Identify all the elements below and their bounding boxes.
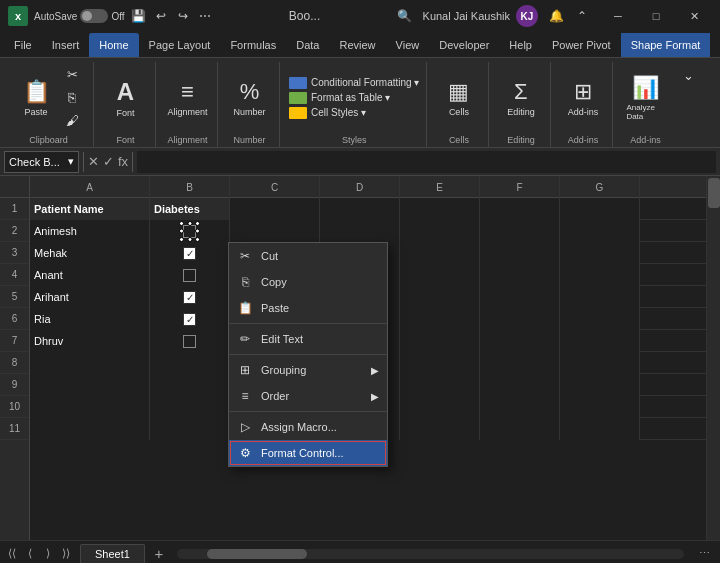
sheet-nav-last[interactable]: ⟩⟩ [58, 546, 74, 562]
font-button[interactable]: A Font [104, 70, 148, 126]
cell-D2[interactable] [320, 220, 400, 242]
cell-E1[interactable] [400, 198, 480, 220]
tab-insert[interactable]: Insert [42, 33, 90, 57]
maximize-button[interactable]: □ [638, 5, 674, 27]
ctx-assign-macro[interactable]: ▷ Assign Macro... [229, 414, 387, 440]
cell-B7[interactable] [150, 330, 230, 352]
row-num-1[interactable]: 1 [0, 198, 29, 220]
toggle-pill[interactable] [80, 9, 108, 23]
cells-button[interactable]: ▦ Cells [437, 70, 481, 126]
search-icon[interactable]: 🔍 [397, 8, 413, 24]
user-avatar[interactable]: KJ [516, 5, 538, 27]
cell-A6[interactable]: Ria [30, 308, 150, 330]
sheet-nav-next[interactable]: ⟩ [40, 546, 56, 562]
tab-formulas[interactable]: Formulas [220, 33, 286, 57]
editing-button[interactable]: Σ Editing [499, 70, 543, 126]
tab-power-pivot[interactable]: Power Pivot [542, 33, 621, 57]
ctx-paste[interactable]: 📋 Paste [229, 295, 387, 321]
cell-F6[interactable] [480, 308, 560, 330]
cell-E5[interactable] [400, 286, 480, 308]
vertical-scrollbar[interactable] [706, 176, 720, 540]
corner-cell[interactable] [0, 176, 29, 198]
ribbon-collapse-icon[interactable]: ⌃ [574, 8, 590, 24]
ctx-cut[interactable]: ✂ Cut [229, 243, 387, 269]
paste-button[interactable]: 📋 Paste [14, 70, 58, 126]
minimize-button[interactable]: ─ [600, 5, 636, 27]
col-header-D[interactable]: D [320, 176, 400, 198]
cell-E2[interactable] [400, 220, 480, 242]
ctx-grouping[interactable]: ⊞ Grouping ▶ [229, 357, 387, 383]
insert-function-icon[interactable]: fx [118, 154, 128, 169]
row-num-8[interactable]: 8 [0, 352, 29, 374]
col-header-E[interactable]: E [400, 176, 480, 198]
cancel-formula-icon[interactable]: ✕ [88, 154, 99, 169]
cell-F5[interactable] [480, 286, 560, 308]
horizontal-scrollbar[interactable] [177, 549, 684, 559]
row-num-11[interactable]: 11 [0, 418, 29, 440]
formula-input[interactable] [137, 151, 716, 173]
cell-E6[interactable] [400, 308, 480, 330]
number-button[interactable]: % Number [228, 70, 272, 126]
col-header-G[interactable]: G [560, 176, 640, 198]
cell-B4[interactable] [150, 264, 230, 286]
tab-home[interactable]: Home [89, 33, 138, 57]
cell-A5[interactable]: Arihant [30, 286, 150, 308]
cell-B1[interactable]: Diabetes [150, 198, 230, 220]
sheet-tab-sheet1[interactable]: Sheet1 [80, 544, 145, 564]
cell-styles-button[interactable]: Cell Styles ▾ [286, 106, 422, 120]
conditional-formatting-button[interactable]: Conditional Formatting ▾ [286, 76, 422, 90]
sheet-nav-first[interactable]: ⟨⟨ [4, 546, 20, 562]
cell-E3[interactable] [400, 242, 480, 264]
tab-page-layout[interactable]: Page Layout [139, 33, 221, 57]
cell-F7[interactable] [480, 330, 560, 352]
cell-F4[interactable] [480, 264, 560, 286]
row-num-3[interactable]: 3 [0, 242, 29, 264]
cell-G7[interactable] [560, 330, 640, 352]
cell-C1[interactable] [230, 198, 320, 220]
cell-C2[interactable] [230, 220, 320, 242]
addins-button[interactable]: ⊞ Add-ins [561, 70, 605, 126]
name-box[interactable]: Check B... ▾ [4, 151, 79, 173]
cell-G3[interactable] [560, 242, 640, 264]
tab-data[interactable]: Data [286, 33, 329, 57]
cell-B2[interactable] [150, 220, 230, 242]
tabs-more-icon[interactable]: ⋯ [696, 546, 712, 562]
accept-formula-icon[interactable]: ✓ [103, 154, 114, 169]
tab-developer[interactable]: Developer [429, 33, 499, 57]
tab-file[interactable]: File [4, 33, 42, 57]
format-as-table-button[interactable]: Format as Table ▾ [286, 91, 422, 105]
cell-B6[interactable]: ✓ [150, 308, 230, 330]
cell-E7[interactable] [400, 330, 480, 352]
cell-G4[interactable] [560, 264, 640, 286]
cell-F1[interactable] [480, 198, 560, 220]
save-icon[interactable]: 💾 [131, 8, 147, 24]
checkbox-dhruv[interactable] [183, 335, 196, 348]
ctx-order[interactable]: ≡ Order ▶ [229, 383, 387, 409]
tab-help[interactable]: Help [499, 33, 542, 57]
ctx-copy[interactable]: ⎘ Copy [229, 269, 387, 295]
col-header-B[interactable]: B [150, 176, 230, 198]
cell-D1[interactable] [320, 198, 400, 220]
col-header-C[interactable]: C [230, 176, 320, 198]
cell-B3[interactable]: ✓ [150, 242, 230, 264]
tab-review[interactable]: Review [329, 33, 385, 57]
cell-A4[interactable]: Anant [30, 264, 150, 286]
ctx-format-control[interactable]: ⚙ Format Control... [229, 440, 387, 466]
row-num-6[interactable]: 6 [0, 308, 29, 330]
cell-E4[interactable] [400, 264, 480, 286]
row-num-10[interactable]: 10 [0, 396, 29, 418]
cell-B5[interactable]: ✓ [150, 286, 230, 308]
sheet-nav-prev[interactable]: ⟨ [22, 546, 38, 562]
cell-G1[interactable] [560, 198, 640, 220]
add-sheet-button[interactable]: + [149, 544, 169, 564]
cut-button[interactable]: ✂ [61, 64, 83, 86]
tab-shape-format[interactable]: Shape Format [621, 33, 711, 57]
copy-button[interactable]: ⎘ [61, 87, 83, 109]
checkbox-ria[interactable]: ✓ [183, 313, 196, 326]
notification-icon[interactable]: 🔔 [548, 8, 564, 24]
row-num-4[interactable]: 4 [0, 264, 29, 286]
redo-icon[interactable]: ↪ [175, 8, 191, 24]
ribbon-more-button[interactable]: ⌄ [677, 64, 699, 86]
row-num-7[interactable]: 7 [0, 330, 29, 352]
cell-G5[interactable] [560, 286, 640, 308]
